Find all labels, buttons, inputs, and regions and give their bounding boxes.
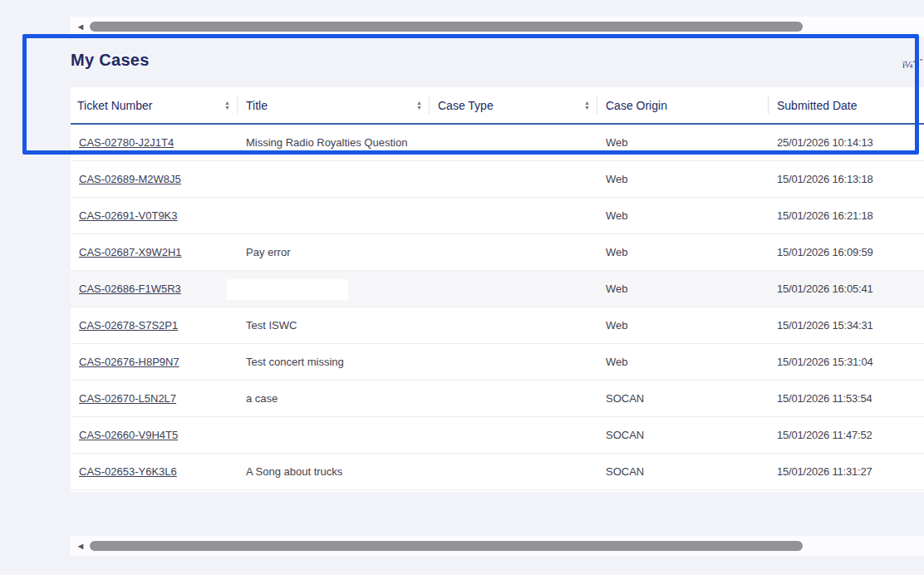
table-row: CAS-02687-X9W2H1 Pay error Web 15/01/202… [71, 234, 924, 271]
submitted-date-cell: 15/01/2026 16:05:41 [769, 283, 924, 295]
column-header-label: Submitted Date [777, 99, 858, 112]
case-origin-cell: SOCAN [597, 465, 769, 478]
table-row: CAS-02678-S7S2P1 Test ISWC Web 15/01/202… [71, 307, 924, 344]
ticket-link[interactable]: CAS-02686-F1W5R3 [79, 283, 181, 295]
ticket-link[interactable]: CAS-02653-Y6K3L6 [79, 465, 177, 478]
column-header-label: Case Type [438, 99, 494, 112]
title-cell: Test concert missing [238, 356, 430, 368]
horizontal-scrollbar-top[interactable]: ◄ [71, 17, 924, 37]
case-origin-cell: Web [597, 283, 769, 295]
my-cases-card: Ticket Number ▲▼ Title ▲▼ Case Type ▲▼ C… [71, 87, 924, 492]
table-row: CAS-02670-L5N2L7 a case SOCAN 15/01/2026… [71, 381, 924, 417]
submitted-date-cell: 15/01/2026 11:53:54 [769, 392, 924, 405]
submitted-date-cell: 15/01/2026 16:13:18 [769, 173, 924, 185]
ticket-link[interactable]: CAS-02670-L5N2L7 [79, 392, 176, 405]
case-origin-cell: Web [597, 319, 769, 332]
table-row: CAS-02689-M2W8J5 Web 15/01/2026 16:13:18 [71, 161, 924, 198]
submitted-date-cell: 15/01/2026 15:34:31 [769, 319, 924, 332]
table-row: CAS-02660-V9H4T5 SOCAN 15/01/2026 11:47:… [71, 417, 924, 454]
title-cell: Test ISWC [238, 319, 430, 332]
sort-icon[interactable]: ▲▼ [584, 101, 590, 111]
ticket-link[interactable]: CAS-02689-M2W8J5 [79, 173, 181, 185]
ticket-link[interactable]: CAS-02676-H8P9N7 [79, 356, 179, 368]
scrollbar-thumb[interactable] [90, 22, 803, 32]
title-cell: Missing Radio Royalties Question [238, 136, 430, 149]
case-origin-cell: Web [597, 173, 769, 185]
ticket-link[interactable]: CAS-02660-V9H4T5 [79, 429, 178, 441]
table-header-row: Ticket Number ▲▼ Title ▲▼ Case Type ▲▼ C… [71, 87, 924, 125]
page-title: My Cases [71, 51, 150, 70]
title-cell: A Song about trucks [238, 465, 430, 478]
case-origin-cell: Web [597, 246, 769, 258]
case-origin-cell: SOCAN [597, 429, 769, 441]
submitted-date-cell: 15/01/2026 16:09:59 [769, 246, 924, 258]
table-row: CAS-02686-F1W5R3 Web 15/01/2026 16:05:41 [71, 271, 924, 307]
table-row: CAS-02676-H8P9N7 Test concert missing We… [71, 344, 924, 381]
column-header-label: Case Origin [606, 99, 667, 112]
ticket-link[interactable]: CAS-02678-S7S2P1 [79, 319, 178, 332]
horizontal-scrollbar-bottom[interactable]: ◄ [71, 536, 924, 556]
redaction-overlay [227, 279, 348, 300]
title-cell: a case [238, 392, 430, 405]
corner-text-fragment: ” [920, 57, 922, 66]
column-header-title[interactable]: Title ▲▼ [238, 87, 430, 123]
table-row: CAS-02780-J2J1T4 Missing Radio Royalties… [71, 125, 924, 161]
title-cell: Pay error [238, 246, 430, 258]
case-origin-cell: Web [597, 209, 769, 222]
case-origin-cell: SOCAN [597, 392, 769, 405]
table-row: CAS-02691-V0T9K3 Web 15/01/2026 16:21:18 [71, 198, 924, 234]
submitted-date-cell: 15/01/2026 11:31:27 [769, 465, 924, 478]
case-origin-cell: Web [597, 136, 769, 149]
ticket-link[interactable]: CAS-02691-V0T9K3 [79, 209, 178, 222]
ticket-link[interactable]: CAS-02780-J2J1T4 [79, 136, 174, 149]
column-header-submitted-date: Submitted Date [769, 87, 924, 123]
submitted-date-cell: 15/01/2026 11:47:52 [769, 429, 924, 441]
scroll-left-icon[interactable]: ◄ [73, 19, 88, 34]
case-origin-cell: Web [597, 356, 769, 368]
table-row: CAS-02653-Y6K3L6 A Song about trucks SOC… [71, 454, 924, 490]
column-header-label: Title [246, 99, 268, 112]
column-header-label: Ticket Number [77, 99, 153, 112]
submitted-date-cell: 15/01/2026 16:21:18 [769, 209, 924, 222]
column-header-case-type[interactable]: Case Type ▲▼ [430, 87, 597, 123]
sort-icon[interactable]: ▲▼ [416, 101, 422, 111]
scrollbar-thumb[interactable] [90, 541, 803, 551]
column-header-ticket-number[interactable]: Ticket Number ▲▼ [71, 87, 238, 123]
corner-text: ï¼ˆ [902, 60, 916, 70]
submitted-date-cell: 25/01/2026 10:14:13 [769, 136, 924, 149]
submitted-date-cell: 15/01/2026 15:31:04 [769, 356, 924, 368]
column-header-case-origin: Case Origin [597, 87, 769, 123]
ticket-link[interactable]: CAS-02687-X9W2H1 [79, 246, 182, 258]
sort-icon[interactable]: ▲▼ [224, 101, 230, 111]
scroll-left-icon[interactable]: ◄ [73, 538, 88, 553]
